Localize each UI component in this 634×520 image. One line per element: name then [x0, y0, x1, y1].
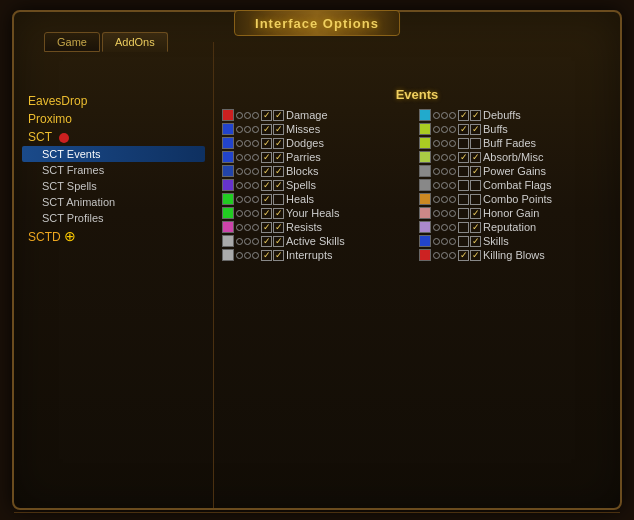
label-reputation: Reputation: [483, 221, 536, 233]
checkbox-skills[interactable]: [458, 236, 469, 247]
tab-addons[interactable]: AddOns: [102, 32, 168, 52]
checkbox2-buff-fades[interactable]: [470, 138, 481, 149]
checkbox2-skills[interactable]: ✓: [470, 236, 481, 247]
checkbox-absorb[interactable]: ✓: [458, 152, 469, 163]
event-row-parries: ✓ ✓ Parries: [222, 150, 415, 164]
event-row-dodges: ✓ ✓ Dodges: [222, 136, 415, 150]
sidebar-item-sct-events[interactable]: SCT Events: [22, 146, 205, 162]
checkbox-power-gains[interactable]: [458, 166, 469, 177]
checkbox2-parries[interactable]: ✓: [273, 152, 284, 163]
checkbox-resists[interactable]: ✓: [261, 222, 272, 233]
color-dodges[interactable]: [222, 137, 234, 149]
event-row-interrupts: ✓ ✓ Interrupts: [222, 248, 415, 262]
checkbox-parries[interactable]: ✓: [261, 152, 272, 163]
checkbox2-damage[interactable]: ✓: [273, 110, 284, 121]
radio-honor-gain: [433, 210, 456, 217]
color-killing-blows[interactable]: [419, 249, 431, 261]
checkbox-debuffs[interactable]: ✓: [458, 110, 469, 121]
title-bar: Interface Options: [234, 10, 400, 36]
color-debuffs[interactable]: [419, 109, 431, 121]
checkbox-damage[interactable]: ✓: [261, 110, 272, 121]
checkbox2-power-gains[interactable]: ✓: [470, 166, 481, 177]
sidebar-item-eavesdrop[interactable]: EavesDrop: [22, 92, 205, 110]
checkbox-combo-points[interactable]: [458, 194, 469, 205]
checkbox-reputation[interactable]: [458, 222, 469, 233]
checkbox-spells[interactable]: ✓: [261, 180, 272, 191]
checkbox2-blocks[interactable]: ✓: [273, 166, 284, 177]
color-interrupts[interactable]: [222, 249, 234, 261]
event-row-heals: ✓ Heals: [222, 192, 415, 206]
sidebar-item-sct-animation[interactable]: SCT Animation: [22, 194, 205, 210]
color-damage[interactable]: [222, 109, 234, 121]
checkbox2-debuffs[interactable]: ✓: [470, 110, 481, 121]
label-heals: Heals: [286, 193, 314, 205]
color-your-heals[interactable]: [222, 207, 234, 219]
checkbox2-killing-blows[interactable]: ✓: [470, 250, 481, 261]
event-row-absorb: ✓ ✓ Absorb/Misc: [419, 150, 612, 164]
sidebar-item-sct-spells[interactable]: SCT Spells: [22, 178, 205, 194]
checkbox2-combat-flags[interactable]: [470, 180, 481, 191]
color-combat-flags[interactable]: [419, 179, 431, 191]
checkbox-buffs[interactable]: ✓: [458, 124, 469, 135]
tab-game[interactable]: Game: [44, 32, 100, 52]
radio-your-heals: [236, 210, 259, 217]
checkbox2-spells[interactable]: ✓: [273, 180, 284, 191]
checkbox2-absorb[interactable]: ✓: [470, 152, 481, 163]
checkbox-heals[interactable]: ✓: [261, 194, 272, 205]
checkbox2-resists[interactable]: ✓: [273, 222, 284, 233]
label-spells: Spells: [286, 179, 316, 191]
color-skills[interactable]: [419, 235, 431, 247]
sidebar-item-sctd[interactable]: SCTD ⊕: [22, 226, 205, 246]
event-row-misses: ✓ ✓ Misses: [222, 122, 415, 136]
label-debuffs: Debuffs: [483, 109, 521, 121]
checkbox2-combo-points[interactable]: [470, 194, 481, 205]
color-reputation[interactable]: [419, 221, 431, 233]
checkbox2-your-heals[interactable]: ✓: [273, 208, 284, 219]
color-active-skills[interactable]: [222, 235, 234, 247]
color-honor-gain[interactable]: [419, 207, 431, 219]
event-row-combat-flags: Combat Flags: [419, 178, 612, 192]
sidebar-item-sct-profiles[interactable]: SCT Profiles: [22, 210, 205, 226]
label-absorb: Absorb/Misc: [483, 151, 544, 163]
checkbox2-honor-gain[interactable]: ✓: [470, 208, 481, 219]
radio-combo-points: [433, 196, 456, 203]
label-skills: Skills: [483, 235, 509, 247]
checkbox-dodges[interactable]: ✓: [261, 138, 272, 149]
sidebar-item-sct-frames[interactable]: SCT Frames: [22, 162, 205, 178]
checkbox-interrupts[interactable]: ✓: [261, 250, 272, 261]
color-parries[interactable]: [222, 151, 234, 163]
checkbox-active-skills[interactable]: ✓: [261, 236, 272, 247]
color-resists[interactable]: [222, 221, 234, 233]
checkbox-honor-gain[interactable]: [458, 208, 469, 219]
sidebar-item-sct[interactable]: SCT: [22, 128, 205, 146]
checkbox2-dodges[interactable]: ✓: [273, 138, 284, 149]
checkbox-misses[interactable]: ✓: [261, 124, 272, 135]
checkbox2-misses[interactable]: ✓: [273, 124, 284, 135]
color-heals[interactable]: [222, 193, 234, 205]
color-buffs[interactable]: [419, 123, 431, 135]
checkbox-blocks[interactable]: ✓: [261, 166, 272, 177]
checkbox-buff-fades[interactable]: [458, 138, 469, 149]
checkbox2-buffs[interactable]: ✓: [470, 124, 481, 135]
checkbox-combat-flags[interactable]: [458, 180, 469, 191]
left-events-column: ✓ ✓ Damage ✓ ✓ Misses: [222, 108, 415, 500]
event-row-buffs: ✓ ✓ Buffs: [419, 122, 612, 136]
checkbox2-interrupts[interactable]: ✓: [273, 250, 284, 261]
color-combo-points[interactable]: [419, 193, 431, 205]
checkbox-your-heals[interactable]: ✓: [261, 208, 272, 219]
color-blocks[interactable]: [222, 165, 234, 177]
label-dodges: Dodges: [286, 137, 324, 149]
checkbox2-heals[interactable]: [273, 194, 284, 205]
event-row-your-heals: ✓ ✓ Your Heals: [222, 206, 415, 220]
color-spells[interactable]: [222, 179, 234, 191]
color-misses[interactable]: [222, 123, 234, 135]
color-power-gains[interactable]: [419, 165, 431, 177]
color-absorb[interactable]: [419, 151, 431, 163]
checkbox-killing-blows[interactable]: ✓: [458, 250, 469, 261]
sidebar-item-proximo[interactable]: Proximo: [22, 110, 205, 128]
event-row-reputation: ✓ Reputation: [419, 220, 612, 234]
checkbox2-active-skills[interactable]: ✓: [273, 236, 284, 247]
checkbox2-reputation[interactable]: ✓: [470, 222, 481, 233]
radio-misses: [236, 126, 259, 133]
color-buff-fades[interactable]: [419, 137, 431, 149]
